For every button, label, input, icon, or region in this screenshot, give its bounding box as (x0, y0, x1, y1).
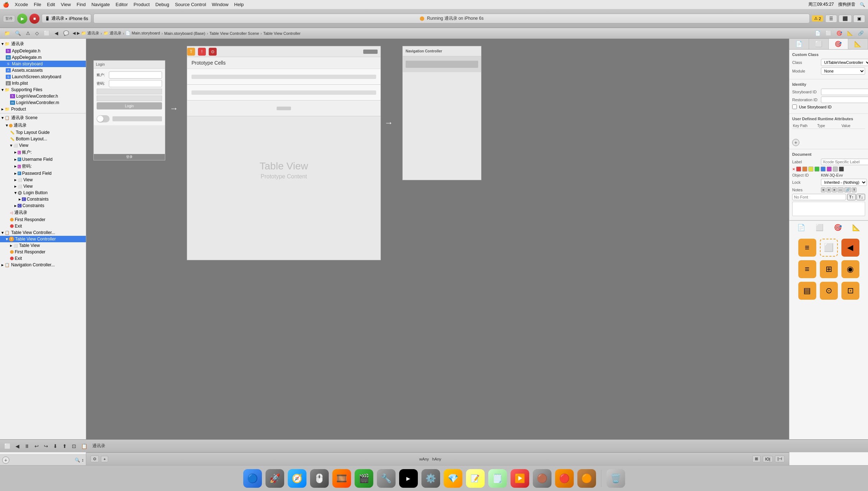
bottom-btn-continue[interactable]: ⊡ (70, 443, 78, 450)
nav-item-login-m[interactable]: m LoginViewController.m (0, 99, 86, 106)
nav-top-layout[interactable]: 📏 Top Layout Guide (0, 129, 86, 136)
obj-navigation-btn[interactable]: ◀ (841, 239, 859, 257)
nav-item-supporting-files[interactable]: ▶ 📁 Supporting Files (0, 86, 86, 93)
nav-sort-icon[interactable]: ↕ (82, 458, 84, 463)
dock-safari[interactable]: 🧭 (288, 469, 306, 488)
nav-item-main-storyboard[interactable]: S Main storyboard (0, 61, 86, 67)
dock-tools[interactable]: 🔧 (377, 469, 396, 488)
inspector-icon-connections[interactable]: 🔗 (857, 30, 865, 37)
nav-constraints-1[interactable]: ▶ C Constraints (0, 196, 86, 202)
nav-username-field[interactable]: ▶ F Username Field (0, 156, 86, 163)
password-input[interactable] (109, 80, 162, 87)
bottom-btn-1[interactable]: ⬜ (3, 443, 12, 450)
color-swatch-yellow[interactable] (808, 167, 813, 172)
dock-mission-control[interactable]: 🖱️ (310, 469, 329, 488)
nav-item-appdelegate-m[interactable]: m AppDelegate.m (0, 54, 86, 61)
nav-icon-folder[interactable]: 📁 (3, 30, 11, 37)
menu-product[interactable]: Product (134, 2, 150, 7)
menubar-ime[interactable]: 搜狗拼音 (838, 1, 855, 8)
prototype-cell-1[interactable] (187, 69, 380, 85)
nav-view-3[interactable]: ▶ ⬜ View (0, 183, 86, 190)
nav-item-info-plist[interactable]: p Info.plist (0, 80, 86, 86)
search-icon-menubar[interactable]: 🔍 (860, 2, 865, 7)
breadcrumb-item-2[interactable]: 📄 Main.storyboard (125, 31, 160, 36)
nav-login-btn[interactable]: ▶ 🔘 Login Button (0, 190, 86, 196)
prototype-cell-3[interactable] (187, 100, 380, 116)
menu-edit[interactable]: Edit (47, 2, 55, 7)
bottom-btn-2[interactable]: ◀ (14, 443, 21, 450)
toolbar-warning[interactable]: ⚠ 2 (812, 15, 823, 22)
nav-table-view[interactable]: ▶ ⬜ Table View (0, 242, 86, 249)
nav-pwd-field[interactable]: ▶ F Password Field (0, 170, 86, 177)
inspector-icon-identity[interactable]: 🎯 (835, 30, 844, 37)
tvc-icon-orange[interactable]: T (187, 48, 195, 56)
run-button[interactable]: ▶ (17, 14, 27, 24)
obj-split-view[interactable]: ▤ (798, 282, 816, 300)
dock-launchpad[interactable]: 🚀 (266, 469, 284, 488)
menu-navigate[interactable]: Navigate (91, 2, 110, 7)
inspector-icon-quick[interactable]: ⬜ (824, 30, 833, 37)
menu-debug[interactable]: Debug (156, 2, 169, 7)
notes-textarea[interactable] (792, 202, 865, 216)
lock-select[interactable]: Inherited - (Nothing) (821, 179, 867, 186)
breadcrumb-item-0[interactable]: 📁 通讯录 (81, 31, 99, 36)
notes-btn-2[interactable]: ≡ (826, 187, 831, 192)
dock-terminal[interactable]: ▶ (399, 469, 418, 488)
inspector-tab-quick[interactable]: ⬜ (809, 39, 829, 49)
add-attribute-button[interactable]: + (792, 139, 799, 146)
nav-icon-report[interactable]: 💬 (62, 30, 70, 37)
nav-scene-root[interactable]: ▶ 📋 通讯录 Scene (0, 114, 86, 122)
tvc-resize-handle[interactable] (363, 50, 378, 54)
nav-item-appdelegate-h[interactable]: h AppDelegate.h (0, 48, 86, 54)
nav-item-project-root[interactable]: ▶ 📁 通讯录 (0, 40, 86, 48)
scheme-selector[interactable]: 📱 通讯录 ▸ iPhone 6s (42, 14, 91, 23)
color-swatch-green[interactable] (814, 167, 819, 172)
debug-toggle[interactable]: ⬛ (839, 15, 852, 23)
menu-source-control[interactable]: Source Control (175, 2, 206, 7)
notes-btn-6[interactable]: T (852, 187, 857, 192)
doc-label-input[interactable] (821, 159, 868, 165)
breadcrumb-prev[interactable]: ◀ (73, 31, 75, 36)
module-select[interactable]: None (821, 67, 865, 75)
color-swatch-gray[interactable] (833, 167, 838, 172)
nav-icon-search[interactable]: 🔍 (14, 30, 22, 37)
lib-tab-circle[interactable]: 🎯 (834, 224, 842, 232)
nav-constraints-2[interactable]: ▶ C Constraints (0, 202, 86, 209)
nav-item-login-h[interactable]: h LoginViewController.h (0, 93, 86, 99)
username-input[interactable] (109, 71, 162, 79)
color-swatch-purple[interactable] (827, 167, 832, 172)
nav-filter-icon[interactable]: 🔍 (75, 458, 80, 463)
nav-icon-test[interactable]: ◇ (34, 30, 40, 37)
use-storyboard-id-checkbox[interactable] (792, 104, 797, 109)
canvas[interactable]: Login 账户: 密码: (86, 39, 789, 452)
tvc-icon-red[interactable]: ! (198, 48, 206, 56)
font-size-down[interactable]: T↓ (857, 194, 865, 200)
login-button-placeholder[interactable]: Login (97, 102, 162, 109)
dock-sketch[interactable]: 💎 (444, 469, 462, 488)
dock-mplayerx[interactable]: ▶️ (511, 469, 529, 488)
nav-icon-warning[interactable]: ⚠ (24, 30, 32, 37)
toggle-switch[interactable] (97, 115, 110, 122)
dock-photos[interactable]: 🎞️ (332, 469, 351, 488)
canvas-layout-btn-1[interactable]: ⊞ (752, 455, 761, 462)
apple-menu[interactable]: 🍎 (3, 2, 9, 8)
font-size-up[interactable]: T↑ (847, 194, 856, 200)
nav-item-assets[interactable]: A Assets.xcassets (0, 67, 86, 74)
color-swatch-blue[interactable] (821, 167, 826, 172)
canvas-zoom-reset[interactable]: ⊙ (91, 455, 99, 462)
notes-btn-3[interactable]: ≡ (832, 187, 837, 192)
navigator-toggle[interactable]: ☰ (825, 15, 837, 23)
dock-app3[interactable]: 🟠 (577, 469, 596, 488)
nav-com-item[interactable]: ◁ 通讯录 (0, 209, 86, 216)
menu-xcode[interactable]: Xcode (15, 2, 28, 7)
inspector-icon-size[interactable]: 📐 (846, 30, 854, 37)
nav-label-pwd[interactable]: ▶ L 密码: (0, 163, 86, 170)
notes-btn-1[interactable]: ≡ (821, 187, 826, 192)
dock-app2[interactable]: 🔴 (555, 469, 574, 488)
obj-table-view[interactable]: ≡ (798, 260, 816, 278)
menu-file[interactable]: File (34, 2, 41, 7)
dock-system-prefs[interactable]: ⚙️ (421, 469, 440, 488)
breadcrumb-item-3[interactable]: Main.storyboard (Base) (164, 31, 205, 36)
obj-view-controller[interactable]: ⬜ (820, 239, 838, 257)
nav-label-user[interactable]: ▶ L 账户: (0, 149, 86, 156)
